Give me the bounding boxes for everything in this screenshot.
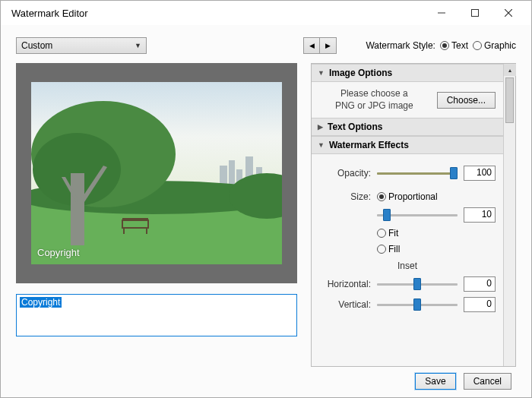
watermark-style: Watermark Style: Text Graphic (366, 40, 516, 51)
image-options-message: Please choose a PNG or JPG image (319, 88, 429, 112)
style-radio-graphic[interactable]: Graphic (473, 40, 516, 51)
top-row: Custom ▼ ◀ ▶ Watermark Style: Text Graph… (16, 37, 516, 54)
save-button[interactable]: Save (415, 373, 455, 390)
style-radio-text[interactable]: Text (440, 40, 468, 51)
size-label: Size: (319, 191, 371, 202)
size-value[interactable]: 10 (464, 207, 496, 223)
horizontal-inset-row: Horizontal: 0 (319, 276, 496, 292)
watermark-overlay: Copyright (37, 247, 80, 258)
section-image-options-body: Please choose a PNG or JPG image Choose.… (312, 82, 503, 118)
size-row: Size: Proportional (319, 191, 496, 202)
main-row: Copyright Copyright ▼ Image Options (16, 63, 516, 367)
opacity-label: Opacity: (319, 168, 371, 178)
size-radio-fit-row: Fit (377, 228, 496, 238)
svg-rect-1 (472, 10, 479, 17)
watermark-editor-window: Watermark Editor Custom ▼ ◀ ▶ Watermark … (0, 0, 532, 398)
radio-dot-icon (473, 41, 482, 50)
chevron-down-icon: ▼ (135, 42, 141, 49)
section-watermark-effects-header[interactable]: ▼ Watermark Effects (312, 136, 503, 154)
watermark-text-input[interactable]: Copyright (16, 294, 297, 336)
scroll-up-icon[interactable]: ▴ (504, 64, 516, 76)
disclosure-down-icon: ▼ (318, 141, 325, 149)
radio-dot-icon (377, 245, 386, 254)
preset-value: Custom (21, 40, 52, 51)
maximize-button[interactable] (458, 2, 492, 24)
opacity-value[interactable]: 100 (464, 166, 496, 181)
disclosure-down-icon: ▼ (318, 69, 325, 77)
options-panel: ▼ Image Options Please choose a PNG or J… (311, 63, 516, 367)
close-button[interactable] (492, 2, 525, 24)
prev-button[interactable]: ◀ (303, 37, 320, 54)
scrollbar[interactable]: ▴ (503, 64, 515, 366)
window-title: Watermark Editor (7, 8, 425, 19)
size-radio-fill[interactable]: Fill (377, 244, 400, 254)
horizontal-label: Horizontal: (319, 279, 371, 289)
choose-image-button[interactable]: Choose... (437, 92, 496, 109)
cancel-button[interactable]: Cancel (464, 373, 511, 390)
vertical-slider[interactable] (377, 298, 458, 311)
minimize-button[interactable] (425, 2, 458, 24)
disclosure-right-icon: ▶ (318, 123, 323, 131)
content-area: Custom ▼ ◀ ▶ Watermark Style: Text Graph… (1, 25, 531, 397)
left-column: Copyright Copyright (16, 63, 297, 367)
next-button[interactable]: ▶ (320, 37, 337, 54)
preset-select[interactable]: Custom ▼ (16, 37, 147, 54)
scroll-thumb[interactable] (505, 77, 514, 123)
radio-dot-icon (440, 41, 449, 50)
style-label: Watermark Style: (366, 40, 435, 51)
right-column: ▼ Image Options Please choose a PNG or J… (311, 63, 516, 367)
opacity-row: Opacity: 100 (319, 166, 496, 181)
horizontal-value[interactable]: 0 (464, 276, 496, 292)
footer-buttons: Save Cancel (16, 367, 516, 390)
radio-dot-icon (377, 229, 386, 238)
svg-rect-16 (71, 173, 84, 245)
radio-dot-icon (377, 192, 386, 201)
preview-canvas: Copyright (16, 63, 297, 283)
vertical-inset-row: Vertical: 0 (319, 297, 496, 312)
size-radio-fill-row: Fill (377, 244, 496, 254)
vertical-label: Vertical: (319, 299, 371, 310)
preview-image: Copyright (31, 82, 282, 264)
section-text-options-header[interactable]: ▶ Text Options (312, 118, 503, 136)
horizontal-slider[interactable] (377, 277, 458, 291)
nav-buttons: ◀ ▶ (303, 37, 337, 54)
opacity-slider[interactable] (377, 166, 458, 180)
titlebar: Watermark Editor (1, 1, 531, 25)
size-slider-row: 10 (342, 207, 496, 223)
inset-label: Inset (319, 261, 496, 271)
size-slider[interactable] (377, 208, 458, 222)
size-radio-fit[interactable]: Fit (377, 228, 398, 238)
section-image-options-header[interactable]: ▼ Image Options (312, 64, 503, 82)
section-watermark-effects-body: Opacity: 100 Size: Proportiona (312, 154, 503, 324)
watermark-text-selected: Copyright (20, 297, 62, 308)
size-radio-proportional[interactable]: Proportional (377, 191, 438, 202)
vertical-value[interactable]: 0 (464, 297, 496, 312)
